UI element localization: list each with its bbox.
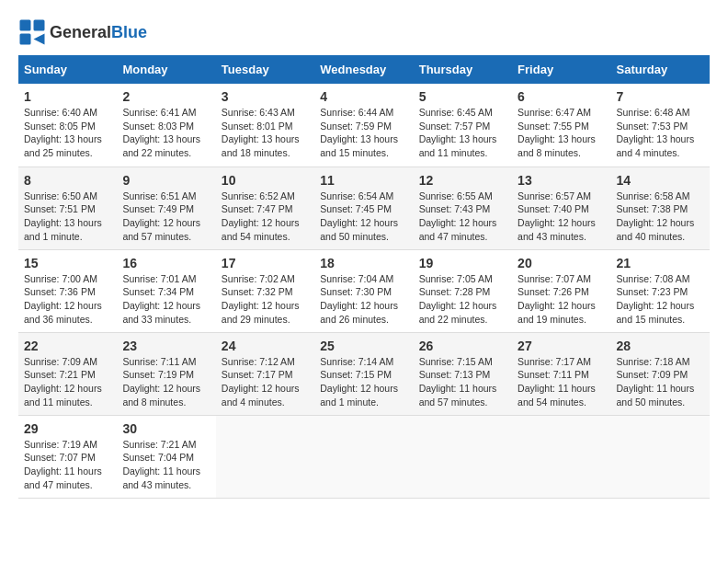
calendar-cell xyxy=(414,415,512,498)
day-number: 13 xyxy=(518,173,605,188)
day-info: Sunrise: 7:11 AMSunset: 7:19 PMDaylight:… xyxy=(122,356,200,408)
calendar-week-row: 22Sunrise: 7:09 AMSunset: 7:21 PMDayligh… xyxy=(18,332,710,415)
weekday-header-row: SundayMondayTuesdayWednesdayThursdayFrid… xyxy=(18,55,710,84)
day-info: Sunrise: 7:04 AMSunset: 7:30 PMDaylight:… xyxy=(320,273,398,325)
logo-icon xyxy=(18,18,46,46)
svg-rect-2 xyxy=(20,34,31,45)
calendar-cell: 1Sunrise: 6:40 AMSunset: 8:05 PMDaylight… xyxy=(18,84,117,167)
calendar-cell: 11Sunrise: 6:54 AMSunset: 7:45 PMDayligh… xyxy=(314,167,413,249)
calendar-cell: 28Sunrise: 7:18 AMSunset: 7:09 PMDayligh… xyxy=(611,332,710,415)
calendar-cell: 9Sunrise: 6:51 AMSunset: 7:49 PMDaylight… xyxy=(117,167,215,249)
day-info: Sunrise: 6:48 AMSunset: 7:53 PMDaylight:… xyxy=(617,107,695,158)
calendar-cell: 4Sunrise: 6:44 AMSunset: 7:59 PMDaylight… xyxy=(314,84,413,167)
day-info: Sunrise: 7:18 AMSunset: 7:09 PMDaylight:… xyxy=(617,356,695,408)
svg-rect-1 xyxy=(34,20,45,31)
weekday-header-thursday: Thursday xyxy=(414,55,512,84)
day-number: 7 xyxy=(617,89,704,104)
calendar-week-row: 29Sunrise: 7:19 AMSunset: 7:07 PMDayligh… xyxy=(18,415,710,498)
calendar-cell: 7Sunrise: 6:48 AMSunset: 7:53 PMDaylight… xyxy=(611,84,710,167)
day-info: Sunrise: 7:14 AMSunset: 7:15 PMDaylight:… xyxy=(320,356,398,408)
day-info: Sunrise: 6:50 AMSunset: 7:51 PMDaylight:… xyxy=(24,190,102,242)
day-info: Sunrise: 7:01 AMSunset: 7:34 PMDaylight:… xyxy=(122,273,200,325)
day-info: Sunrise: 6:55 AMSunset: 7:43 PMDaylight:… xyxy=(419,190,497,242)
calendar-cell: 20Sunrise: 7:07 AMSunset: 7:26 PMDayligh… xyxy=(512,249,610,332)
day-number: 30 xyxy=(122,421,210,436)
weekday-header-tuesday: Tuesday xyxy=(216,55,314,84)
day-number: 6 xyxy=(518,89,605,104)
day-number: 26 xyxy=(419,339,506,353)
calendar-cell: 23Sunrise: 7:11 AMSunset: 7:19 PMDayligh… xyxy=(117,332,215,415)
day-number: 19 xyxy=(419,256,506,270)
day-info: Sunrise: 7:05 AMSunset: 7:28 PMDaylight:… xyxy=(419,273,497,325)
day-info: Sunrise: 6:43 AMSunset: 8:01 PMDaylight:… xyxy=(222,107,300,158)
day-number: 1 xyxy=(24,89,111,104)
weekday-header-sunday: Sunday xyxy=(18,55,117,84)
calendar-table: SundayMondayTuesdayWednesdayThursdayFrid… xyxy=(18,55,710,499)
calendar-cell: 10Sunrise: 6:52 AMSunset: 7:47 PMDayligh… xyxy=(216,167,314,249)
calendar-cell: 6Sunrise: 6:47 AMSunset: 7:55 PMDaylight… xyxy=(512,84,610,167)
day-info: Sunrise: 6:51 AMSunset: 7:49 PMDaylight:… xyxy=(122,190,200,242)
day-info: Sunrise: 7:08 AMSunset: 7:23 PMDaylight:… xyxy=(617,273,695,325)
day-info: Sunrise: 6:40 AMSunset: 8:05 PMDaylight:… xyxy=(24,107,102,158)
calendar-cell: 15Sunrise: 7:00 AMSunset: 7:36 PMDayligh… xyxy=(18,249,117,332)
weekday-header-friday: Friday xyxy=(512,55,610,84)
calendar-cell: 3Sunrise: 6:43 AMSunset: 8:01 PMDaylight… xyxy=(216,84,314,167)
calendar-cell: 30Sunrise: 7:21 AMSunset: 7:04 PMDayligh… xyxy=(117,415,215,498)
day-info: Sunrise: 6:57 AMSunset: 7:40 PMDaylight:… xyxy=(518,190,596,242)
calendar-cell xyxy=(611,415,710,498)
day-number: 23 xyxy=(122,339,210,353)
weekday-header-saturday: Saturday xyxy=(611,55,710,84)
day-number: 5 xyxy=(419,89,506,104)
day-number: 14 xyxy=(617,173,704,188)
day-number: 24 xyxy=(222,339,309,353)
day-number: 22 xyxy=(24,339,111,353)
calendar-cell: 14Sunrise: 6:58 AMSunset: 7:38 PMDayligh… xyxy=(611,167,710,249)
calendar-cell: 2Sunrise: 6:41 AMSunset: 8:03 PMDaylight… xyxy=(117,84,215,167)
calendar-cell xyxy=(512,415,610,498)
day-number: 3 xyxy=(222,89,309,104)
day-number: 27 xyxy=(518,339,605,353)
day-number: 15 xyxy=(24,256,111,270)
day-number: 16 xyxy=(122,256,210,270)
svg-marker-3 xyxy=(34,34,45,45)
day-number: 8 xyxy=(24,173,111,188)
weekday-header-wednesday: Wednesday xyxy=(314,55,413,84)
calendar-cell: 18Sunrise: 7:04 AMSunset: 7:30 PMDayligh… xyxy=(314,249,413,332)
day-info: Sunrise: 6:52 AMSunset: 7:47 PMDaylight:… xyxy=(222,190,300,242)
day-number: 17 xyxy=(222,256,309,270)
calendar-week-row: 1Sunrise: 6:40 AMSunset: 8:05 PMDaylight… xyxy=(18,84,710,167)
day-number: 21 xyxy=(617,256,704,270)
calendar-week-row: 8Sunrise: 6:50 AMSunset: 7:51 PMDaylight… xyxy=(18,167,710,249)
day-info: Sunrise: 6:44 AMSunset: 7:59 PMDaylight:… xyxy=(320,107,398,158)
day-info: Sunrise: 7:12 AMSunset: 7:17 PMDaylight:… xyxy=(222,356,300,408)
calendar-week-row: 15Sunrise: 7:00 AMSunset: 7:36 PMDayligh… xyxy=(18,249,710,332)
calendar-cell: 25Sunrise: 7:14 AMSunset: 7:15 PMDayligh… xyxy=(314,332,413,415)
calendar-cell xyxy=(314,415,413,498)
day-info: Sunrise: 6:47 AMSunset: 7:55 PMDaylight:… xyxy=(518,107,596,158)
calendar-cell: 26Sunrise: 7:15 AMSunset: 7:13 PMDayligh… xyxy=(414,332,512,415)
day-info: Sunrise: 7:17 AMSunset: 7:11 PMDaylight:… xyxy=(518,356,596,408)
logo: GeneralBlue xyxy=(18,18,147,46)
day-info: Sunrise: 6:45 AMSunset: 7:57 PMDaylight:… xyxy=(419,107,497,158)
day-number: 10 xyxy=(222,173,309,188)
day-number: 2 xyxy=(122,89,210,104)
day-info: Sunrise: 6:41 AMSunset: 8:03 PMDaylight:… xyxy=(122,107,200,158)
day-info: Sunrise: 7:09 AMSunset: 7:21 PMDaylight:… xyxy=(24,356,102,408)
day-info: Sunrise: 6:54 AMSunset: 7:45 PMDaylight:… xyxy=(320,190,398,242)
calendar-cell: 8Sunrise: 6:50 AMSunset: 7:51 PMDaylight… xyxy=(18,167,117,249)
day-number: 11 xyxy=(320,173,407,188)
day-number: 28 xyxy=(617,339,704,353)
day-info: Sunrise: 7:21 AMSunset: 7:04 PMDaylight:… xyxy=(122,439,200,490)
calendar-cell: 5Sunrise: 6:45 AMSunset: 7:57 PMDaylight… xyxy=(414,84,512,167)
calendar-cell: 21Sunrise: 7:08 AMSunset: 7:23 PMDayligh… xyxy=(611,249,710,332)
calendar-cell: 24Sunrise: 7:12 AMSunset: 7:17 PMDayligh… xyxy=(216,332,314,415)
calendar-cell: 16Sunrise: 7:01 AMSunset: 7:34 PMDayligh… xyxy=(117,249,215,332)
day-number: 25 xyxy=(320,339,407,353)
day-info: Sunrise: 7:02 AMSunset: 7:32 PMDaylight:… xyxy=(222,273,300,325)
calendar-cell: 22Sunrise: 7:09 AMSunset: 7:21 PMDayligh… xyxy=(18,332,117,415)
calendar-cell: 19Sunrise: 7:05 AMSunset: 7:28 PMDayligh… xyxy=(414,249,512,332)
calendar-cell: 13Sunrise: 6:57 AMSunset: 7:40 PMDayligh… xyxy=(512,167,610,249)
day-number: 20 xyxy=(518,256,605,270)
day-info: Sunrise: 6:58 AMSunset: 7:38 PMDaylight:… xyxy=(617,190,695,242)
calendar-cell: 29Sunrise: 7:19 AMSunset: 7:07 PMDayligh… xyxy=(18,415,117,498)
